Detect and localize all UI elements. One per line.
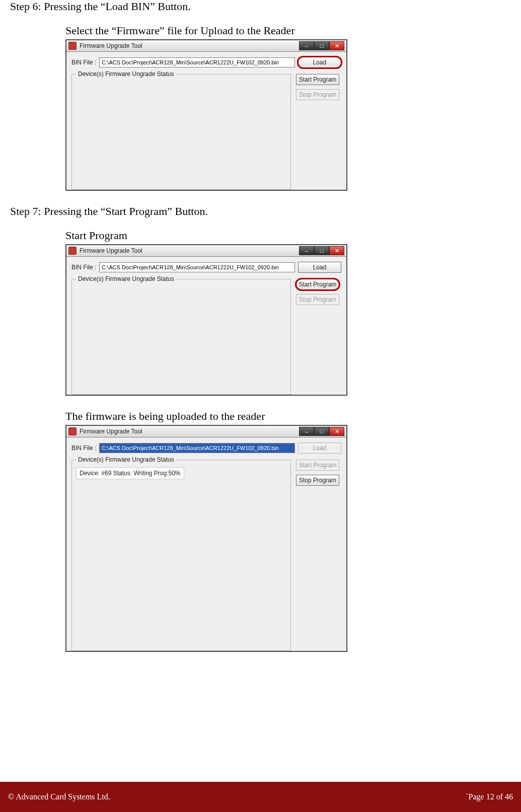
app-icon xyxy=(68,247,77,255)
load-button[interactable]: Load xyxy=(298,57,341,68)
start-program-button[interactable]: Start Program xyxy=(296,279,339,290)
step6-caption: Select the “Firmware” file for Upload to… xyxy=(10,24,511,37)
page-footer: © Advanced Card Systems Ltd. `Page 12 of… xyxy=(0,782,521,812)
close-button[interactable]: ✕ xyxy=(329,427,344,436)
bin-file-label: BIN File : xyxy=(71,59,96,66)
close-button[interactable]: ✕ xyxy=(329,246,344,255)
footer-left: © Advanced Card Systems Ltd. xyxy=(8,792,110,801)
window-title: Firmware Upgrade Tool xyxy=(80,42,142,49)
stop-program-button[interactable]: Stop Program xyxy=(296,475,339,486)
step6-heading: Step 6: Pressing the “Load BIN” Button. xyxy=(10,0,511,13)
window-titlebar: Firmware Upgrade Tool – □ ✕ xyxy=(66,245,346,257)
stop-program-button: Stop Program xyxy=(296,294,339,305)
minimize-button[interactable]: – xyxy=(299,246,314,255)
maximize-button[interactable]: □ xyxy=(314,246,329,255)
start-program-button: Start Program xyxy=(296,460,339,471)
screenshot-step6: Firmware Upgrade Tool – □ ✕ BIN File : L… xyxy=(65,39,347,191)
stop-program-button: Stop Program xyxy=(296,89,339,100)
window-titlebar: Firmware Upgrade Tool – □ ✕ xyxy=(66,426,346,437)
app-icon xyxy=(68,42,77,50)
minimize-button[interactable]: – xyxy=(299,427,314,436)
minimize-button[interactable]: – xyxy=(299,41,314,50)
bin-file-label: BIN File : xyxy=(71,445,96,452)
window-titlebar: Firmware Upgrade Tool – □ ✕ xyxy=(66,40,346,52)
bin-file-input[interactable] xyxy=(99,262,295,272)
screenshot-step7b: Firmware Upgrade Tool – □ ✕ BIN File : L… xyxy=(65,425,347,652)
bin-file-input[interactable] xyxy=(99,57,295,67)
close-button[interactable]: ✕ xyxy=(329,41,344,50)
step7-heading: Step 7: Pressing the “Start Program” But… xyxy=(10,205,511,218)
status-groupbox: Device(s) Firmware Ungrade Status xyxy=(71,74,291,190)
status-group-label: Device(s) Firmware Ungrade Status xyxy=(76,456,176,463)
step7-caption-1: Start Program xyxy=(10,229,511,242)
status-group-label: Device(s) Firmware Ungrade Status xyxy=(76,275,176,282)
maximize-button[interactable]: □ xyxy=(314,427,329,436)
maximize-button[interactable]: □ xyxy=(314,41,329,50)
step7-caption-2: The firmware is being uploaded to the re… xyxy=(10,410,511,423)
window-title: Firmware Upgrade Tool xyxy=(80,247,142,254)
window-title: Firmware Upgrade Tool xyxy=(80,428,142,435)
load-button: Load xyxy=(298,442,341,454)
screenshot-step7a: Firmware Upgrade Tool – □ ✕ BIN File : L… xyxy=(65,244,347,396)
load-button[interactable]: Load xyxy=(298,262,341,273)
status-groupbox: Device(s) Firmware Ungrade Status xyxy=(71,279,291,395)
status-groupbox: Device(s) Firmware Ungrade Status Device… xyxy=(71,460,291,651)
bin-file-input[interactable] xyxy=(99,443,295,453)
bin-file-label: BIN File : xyxy=(71,264,96,271)
status-group-label: Device(s) Firmware Ungrade Status xyxy=(76,70,176,78)
app-icon xyxy=(68,427,77,435)
footer-right: `Page 12 of 46 xyxy=(466,792,513,801)
start-program-button[interactable]: Start Program xyxy=(296,74,339,85)
device-status-line: Device: #69 Status: Writing Prog:50% xyxy=(76,467,184,479)
